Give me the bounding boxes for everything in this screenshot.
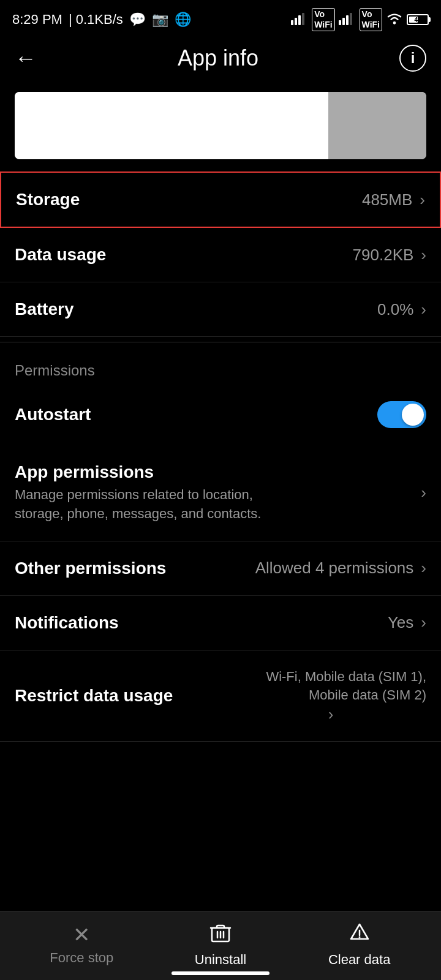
clear-data-action[interactable]: Clear data bbox=[311, 922, 409, 968]
restrict-data-left: Restrict data usage bbox=[15, 686, 173, 706]
force-stop-label: Force stop bbox=[50, 950, 113, 966]
other-permissions-label: Other permissions bbox=[15, 559, 166, 578]
battery-item-left: Battery bbox=[15, 300, 74, 319]
storage-label: Storage bbox=[16, 190, 80, 209]
restrict-data-chevron: › bbox=[328, 705, 334, 724]
vowifi-badge-2: VoWiFi bbox=[360, 8, 382, 31]
restrict-data-right: Wi-Fi, Mobile data (SIM 1), Mobile data … bbox=[230, 668, 426, 725]
data-usage-chevron: › bbox=[421, 246, 426, 265]
svg-rect-5 bbox=[342, 18, 345, 25]
top-nav: ← App info i bbox=[0, 37, 441, 86]
notifications-item[interactable]: Notifications Yes › bbox=[0, 596, 441, 650]
permissions-divider bbox=[0, 342, 441, 342]
autostart-label: Autostart bbox=[15, 405, 91, 424]
app-permissions-label: App permissions bbox=[15, 462, 272, 482]
svg-rect-1 bbox=[295, 18, 297, 25]
data-usage-value: 790.2KB bbox=[353, 246, 414, 265]
time-label: 8:29 PM bbox=[12, 12, 62, 28]
toggle-knob bbox=[402, 404, 424, 426]
other-permissions-value: Allowed 4 permissions bbox=[255, 559, 414, 578]
clear-data-label: Clear data bbox=[328, 952, 391, 968]
svg-rect-6 bbox=[346, 15, 349, 25]
notifications-label: Notifications bbox=[15, 613, 119, 633]
notifications-value: Yes bbox=[388, 613, 413, 632]
app-permissions-item[interactable]: App permissions Manage permissions relat… bbox=[0, 445, 441, 541]
svg-point-16 bbox=[358, 937, 360, 938]
main-content: Storage 485MB › Data usage 790.2KB › Bat… bbox=[0, 92, 441, 815]
app-permissions-right: › bbox=[418, 483, 426, 502]
other-permissions-item[interactable]: Other permissions Allowed 4 permissions … bbox=[0, 541, 441, 596]
storage-value: 485MB bbox=[362, 190, 412, 209]
storage-item-left: Storage bbox=[16, 190, 80, 209]
autostart-item[interactable]: Autostart bbox=[0, 384, 441, 445]
svg-rect-3 bbox=[302, 13, 304, 25]
storage-item-right: 485MB › bbox=[362, 190, 425, 209]
svg-rect-4 bbox=[339, 20, 341, 25]
permissions-section-label: Permissions bbox=[0, 347, 441, 384]
data-usage-item[interactable]: Data usage 790.2KB › bbox=[0, 228, 441, 282]
data-usage-right: 790.2KB › bbox=[353, 246, 426, 265]
battery-value: 0.0% bbox=[377, 300, 413, 319]
notifications-right: Yes › bbox=[388, 613, 426, 632]
notifications-left: Notifications bbox=[15, 613, 119, 633]
restrict-data-item[interactable]: Restrict data usage Wi-Fi, Mobile data (… bbox=[0, 650, 441, 742]
app-banner bbox=[15, 92, 426, 159]
page-title: App info bbox=[178, 45, 258, 71]
status-left: 8:29 PM | 0.1KB/s 💬 📷 🌐 bbox=[12, 12, 191, 28]
clear-data-icon bbox=[349, 922, 371, 947]
wifi-icon bbox=[386, 12, 403, 28]
svg-rect-0 bbox=[291, 20, 293, 25]
uninstall-action[interactable]: Uninstall bbox=[172, 922, 270, 968]
restrict-data-label: Restrict data usage bbox=[15, 686, 173, 706]
other-permissions-right: Allowed 4 permissions › bbox=[255, 559, 426, 578]
battery-chevron: › bbox=[421, 300, 426, 319]
whatsapp-icon: 💬 bbox=[129, 12, 146, 28]
battery-label: Battery bbox=[15, 300, 74, 319]
force-stop-action[interactable]: ✕ Force stop bbox=[32, 924, 130, 966]
home-indicator bbox=[172, 971, 270, 975]
vowifi-badge-1: VoWiFi bbox=[312, 8, 334, 31]
data-usage-label: Data usage bbox=[15, 245, 106, 265]
signal-icon bbox=[291, 12, 308, 28]
app-permissions-chevron: › bbox=[421, 483, 426, 502]
data-speed-label: | 0.1KB/s bbox=[69, 12, 123, 28]
instagram-icon: 📷 bbox=[152, 12, 168, 28]
svg-rect-2 bbox=[298, 15, 301, 25]
restrict-data-value: Wi-Fi, Mobile data (SIM 1), Mobile data … bbox=[230, 668, 426, 706]
chrome-icon: 🌐 bbox=[175, 12, 191, 28]
status-bar: 8:29 PM | 0.1KB/s 💬 📷 🌐 VoWiFi VoWiFi bbox=[0, 0, 441, 37]
signal-icon-2 bbox=[339, 12, 356, 28]
status-right: VoWiFi VoWiFi 49 bbox=[291, 8, 429, 31]
autostart-toggle[interactable] bbox=[377, 401, 426, 428]
svg-rect-7 bbox=[350, 13, 352, 25]
info-button[interactable]: i bbox=[399, 45, 426, 72]
storage-chevron: › bbox=[420, 190, 425, 209]
notifications-chevron: › bbox=[421, 613, 426, 632]
uninstall-icon bbox=[209, 922, 232, 947]
app-permissions-left: App permissions Manage permissions relat… bbox=[15, 462, 272, 524]
other-permissions-chevron: › bbox=[421, 559, 426, 578]
app-banner-content bbox=[15, 92, 328, 159]
uninstall-label: Uninstall bbox=[195, 952, 246, 968]
app-permissions-subtitle: Manage permissions related to location, … bbox=[15, 486, 272, 524]
battery-item-right: 0.0% › bbox=[377, 300, 426, 319]
svg-point-8 bbox=[393, 21, 396, 24]
back-button[interactable]: ← bbox=[15, 47, 37, 69]
force-stop-icon: ✕ bbox=[73, 924, 90, 945]
data-usage-left: Data usage bbox=[15, 245, 106, 265]
bottom-bar: ✕ Force stop Uninstall Clear data bbox=[0, 911, 441, 980]
battery-item[interactable]: Battery 0.0% › bbox=[0, 282, 441, 337]
other-permissions-left: Other permissions bbox=[15, 559, 166, 578]
app-banner-logo bbox=[328, 92, 426, 159]
storage-item[interactable]: Storage 485MB › bbox=[0, 172, 441, 228]
battery-icon: 49 bbox=[407, 14, 429, 25]
